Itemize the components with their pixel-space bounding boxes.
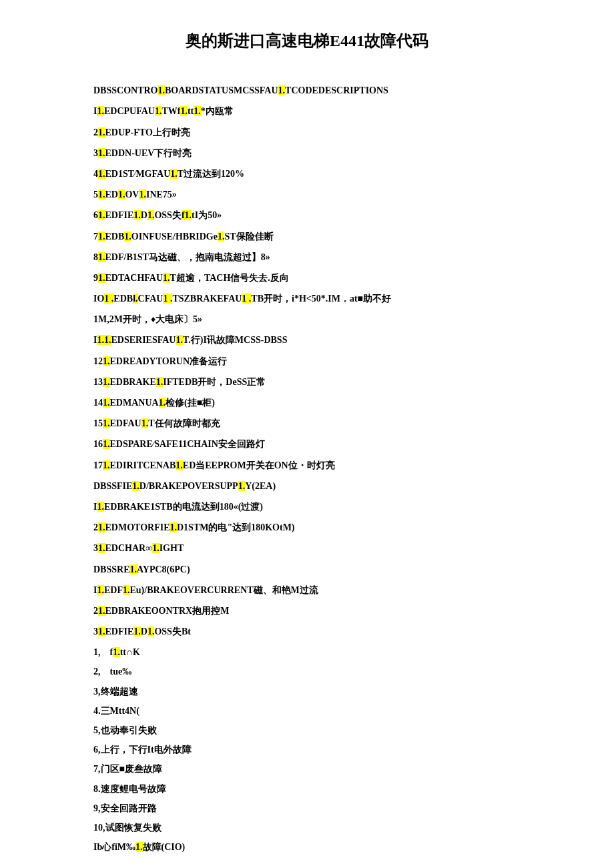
text-fragment: DBSSCONTRO bbox=[93, 85, 158, 95]
text-fragment: tt bbox=[188, 106, 194, 116]
text-fragment: 3 bbox=[93, 148, 98, 158]
text-fragment: Y(2EA) bbox=[245, 481, 276, 491]
text-fragment: Eu)/BRAKEOVERCURRENT磁、和艳M过流 bbox=[129, 585, 318, 595]
highlighted-text: f1. bbox=[182, 210, 192, 220]
highlighted-text: 1. bbox=[103, 377, 110, 387]
code-line: 31.EDDN-UEV下行时亮 bbox=[93, 145, 521, 161]
text-fragment: tt∩K bbox=[120, 647, 140, 657]
code-line: DBSSFIE1.D/BRAKEPOVERSUPP1.Y(2EA) bbox=[93, 478, 521, 494]
highlighted-text: 1. bbox=[132, 481, 139, 491]
text-fragment: DBSSFIE bbox=[93, 481, 132, 491]
highlighted-text: 1 . bbox=[104, 294, 113, 304]
text-fragment: tI为50» bbox=[192, 210, 222, 220]
text-fragment: EDFIE bbox=[105, 210, 134, 220]
highlighted-text: 1. bbox=[124, 232, 131, 242]
page-title: 奥的斯进口高速电梯E441故障代码 bbox=[93, 27, 521, 55]
highlighted-text: 1. bbox=[97, 502, 104, 512]
text-fragment: 3 bbox=[93, 626, 98, 636]
text-fragment: EDFAU bbox=[110, 418, 141, 428]
text-fragment: EDF bbox=[104, 585, 123, 595]
highlighted-text: 1. bbox=[180, 106, 188, 116]
list-item: 8.速度鲤电号故障 bbox=[93, 781, 521, 797]
highlighted-text: 1. bbox=[98, 606, 105, 616]
code-line: 41.ED1ST∕MGFAU1.T过流达到120% bbox=[93, 165, 521, 182]
highlighted-text: 1. bbox=[98, 169, 105, 179]
text-fragment: 17 bbox=[93, 460, 103, 470]
text-fragment: EDSPARE∕SAFE11CHAIN安全回路灯 bbox=[110, 439, 265, 449]
text-fragment: INE75» bbox=[146, 189, 177, 199]
text-fragment: 14 bbox=[93, 398, 103, 408]
highlighted-text: 1. bbox=[98, 252, 105, 262]
highlighted-text: 1. bbox=[147, 626, 155, 636]
highlighted-text: l. bbox=[133, 294, 137, 304]
code-line: 31.EDFIE1.D1.OSS失Bt bbox=[93, 623, 521, 640]
list-item: 5,也动奉引失败 bbox=[93, 722, 521, 739]
highlighted-text: 1. bbox=[129, 564, 137, 574]
text-fragment: 检修(挂■柜) bbox=[166, 398, 215, 408]
highlighted-text: 1. bbox=[98, 232, 105, 242]
text-fragment: OSS失Bt bbox=[154, 626, 190, 636]
text-fragment: EDF/B1ST马达磁、，抱南电流超过】8» bbox=[105, 252, 270, 262]
text-fragment: 8 bbox=[93, 252, 98, 262]
code-line: I1.EDCPUFAU1.TWf1.tt1.*内瓯常 bbox=[93, 103, 521, 119]
code-line: Ib心fiM‰1.故障(CIO) bbox=[93, 839, 521, 855]
text-fragment: 2 bbox=[93, 522, 98, 532]
highlighted-text: 1. bbox=[123, 585, 130, 595]
highlighted-text: 1. bbox=[155, 106, 162, 116]
highlighted-text: 1. bbox=[97, 585, 104, 595]
text-fragment: EDBRAKEOONTRX抱用控M bbox=[105, 606, 230, 616]
text-fragment: EDIRITCENAB bbox=[110, 460, 176, 470]
highlighted-text: 1. bbox=[218, 232, 225, 242]
highlighted-text: 1. bbox=[98, 543, 105, 553]
code-line: 151.EDFAU1.T任何故障时都充 bbox=[93, 415, 521, 432]
code-line: 71.EDB1.OINFUSE/HBRIDGe1.ST保险佳断 bbox=[93, 228, 521, 245]
highlighted-text: 1. bbox=[103, 418, 110, 428]
text-fragment: EDBRAKE1STB的电流达到180«(过渡) bbox=[104, 502, 263, 512]
text-fragment: EDSERIESFAU bbox=[111, 335, 176, 345]
list-item: 2, tue‰ bbox=[93, 663, 521, 680]
list-item: 3,终端超速 bbox=[93, 683, 521, 700]
text-fragment: 1M,2M开时，♦大电床〕5» bbox=[93, 314, 202, 324]
highlighted-text: 1. bbox=[103, 398, 110, 408]
text-fragment: EDBRAKE bbox=[110, 377, 156, 387]
highlighted-text: 1. bbox=[159, 398, 166, 408]
text-fragment: DBSSRE bbox=[93, 564, 129, 574]
highlighted-text: 1. bbox=[139, 189, 146, 199]
highlighted-text: 1. bbox=[152, 543, 160, 553]
highlighted-text: 1. bbox=[163, 273, 170, 283]
text-fragment: EDCPUFAU bbox=[104, 106, 155, 116]
highlighted-text: 1. bbox=[170, 522, 177, 532]
text-fragment: EDMOTORFIE bbox=[105, 522, 170, 532]
text-fragment: 5 bbox=[93, 189, 98, 199]
text-fragment: 2 bbox=[93, 606, 98, 616]
text-fragment: 12 bbox=[93, 356, 103, 366]
highlighted-text: 1. bbox=[103, 356, 110, 366]
text-fragment: 9 bbox=[93, 273, 98, 283]
highlighted-text: 1. bbox=[97, 106, 104, 116]
code-line: 141.EDMANUA1.检修(挂■柜) bbox=[93, 394, 521, 411]
text-fragment: ST保险佳断 bbox=[224, 232, 273, 242]
text-fragment: 16 bbox=[93, 439, 103, 449]
highlighted-text: 1. bbox=[133, 210, 141, 220]
highlighted-text: 1. bbox=[98, 127, 105, 137]
text-fragment: EDB bbox=[105, 232, 125, 242]
text-fragment: D bbox=[141, 626, 147, 636]
highlighted-text: 1. bbox=[238, 481, 246, 491]
content-body: DBSSCONTRO1.BOARDSTATUSMCSSFAU1.TCODEDES… bbox=[93, 82, 521, 855]
highlighted-text: 1. bbox=[98, 626, 105, 636]
highlighted-text: 1. bbox=[141, 418, 149, 428]
text-fragment: 13 bbox=[93, 377, 103, 387]
text-fragment: T.行)I讯故障MCSS-DBSS bbox=[183, 335, 288, 345]
text-fragment: BOARDSTATUSMCSSFAU bbox=[165, 85, 278, 95]
highlighted-text: 1 . bbox=[163, 294, 172, 304]
code-line: 21.EDUP-FTO上行时亮 bbox=[93, 124, 521, 141]
text-fragment: CFAU bbox=[138, 294, 164, 304]
text-fragment: AYPC8(6PC) bbox=[137, 564, 190, 574]
text-fragment: 15 bbox=[93, 418, 103, 428]
code-line: IO1 .EDBl.CFAU1 .TSZBRAKEFAU1 .TB开时，i*H<… bbox=[93, 290, 521, 307]
text-fragment: ED当EEPROM开关在ON位・时灯亮 bbox=[183, 460, 335, 470]
text-fragment: TB开时，i*H<50*.IM．at■助不好 bbox=[251, 294, 391, 304]
text-fragment: EDCHAR∞ bbox=[105, 543, 153, 553]
highlighted-text: 1. bbox=[103, 439, 110, 449]
text-fragment: T任何故障时都充 bbox=[148, 418, 220, 428]
